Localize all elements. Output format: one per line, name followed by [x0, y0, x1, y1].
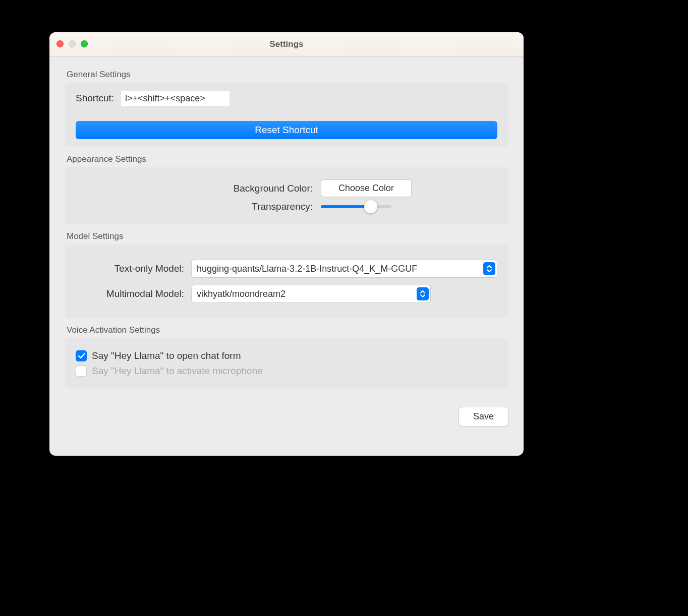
transparency-slider[interactable]: [321, 205, 391, 208]
multimodal-model-input[interactable]: [191, 285, 431, 303]
general-section: Shortcut: Reset Shortcut: [65, 83, 508, 147]
shortcut-row: Shortcut:: [76, 91, 497, 106]
text-only-model-label: Text-only Model:: [76, 263, 184, 274]
close-icon[interactable]: [56, 40, 64, 47]
choose-color-button[interactable]: Choose Color: [321, 179, 412, 197]
text-only-model-combo[interactable]: [191, 260, 497, 278]
multimodal-model-label: Multimodal Model:: [76, 288, 184, 299]
activate-mic-label: Say "Hey Llama" to activate microphone: [92, 365, 263, 377]
open-chat-checkbox[interactable]: [76, 350, 87, 361]
titlebar: Settings: [49, 32, 524, 56]
maximize-icon[interactable]: [81, 40, 88, 47]
transparency-row: Transparency:: [76, 201, 497, 212]
text-only-model-input[interactable]: [191, 260, 497, 278]
model-section: Text-only Model: Multimodal Model:: [65, 244, 508, 318]
activate-mic-checkbox[interactable]: [76, 365, 87, 377]
voice-section: Say "Hey Llama" to open chat form Say "H…: [65, 338, 508, 389]
reset-shortcut-button[interactable]: Reset Shortcut: [76, 121, 497, 139]
appearance-section-label: Appearance Settings: [67, 154, 508, 164]
general-section-label: General Settings: [67, 70, 508, 80]
minimize-icon[interactable]: [69, 40, 76, 47]
page-title: Settings: [269, 39, 303, 49]
bg-color-row: Background Color: Choose Color: [76, 179, 497, 197]
footer-row: Save: [65, 407, 508, 426]
multimodal-model-row: Multimodal Model:: [76, 285, 497, 303]
bg-color-label: Background Color:: [161, 183, 313, 194]
voice-section-label: Voice Activation Settings: [67, 325, 508, 335]
content-area: General Settings Shortcut: Reset Shortcu…: [49, 56, 524, 437]
multimodal-model-combo[interactable]: [191, 285, 431, 303]
text-only-model-row: Text-only Model:: [76, 260, 497, 278]
save-button[interactable]: Save: [458, 407, 508, 426]
appearance-section: Background Color: Choose Color Transpare…: [65, 167, 508, 224]
traffic-lights: [56, 40, 88, 47]
model-section-label: Model Settings: [67, 231, 508, 241]
activate-mic-checkbox-row: Say "Hey Llama" to activate microphone: [76, 365, 497, 377]
shortcut-input[interactable]: [121, 91, 230, 106]
chevron-updown-icon[interactable]: [483, 262, 495, 275]
open-chat-label: Say "Hey Llama" to open chat form: [92, 350, 241, 361]
settings-window: Settings General Settings Shortcut: Rese…: [49, 32, 524, 456]
shortcut-label: Shortcut:: [76, 93, 114, 104]
open-chat-checkbox-row: Say "Hey Llama" to open chat form: [76, 350, 497, 361]
chevron-updown-icon[interactable]: [417, 287, 429, 300]
transparency-label: Transparency:: [161, 201, 313, 212]
